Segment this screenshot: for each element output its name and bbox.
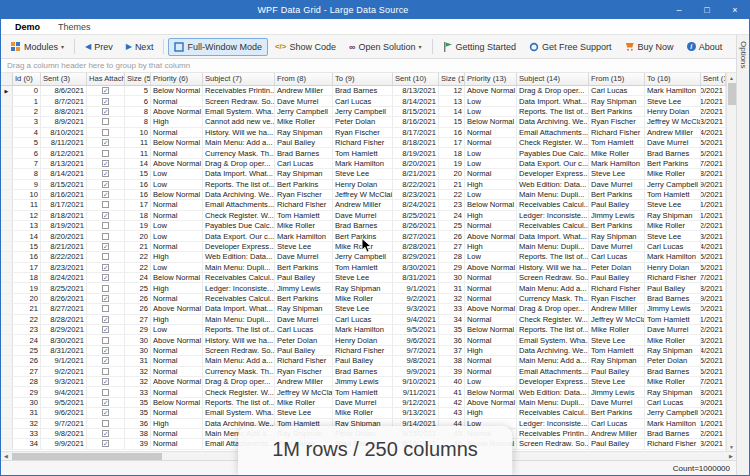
grid-cell[interactable] <box>87 221 125 230</box>
grid-cell[interactable]: Normal <box>465 367 517 376</box>
grid-cell[interactable]: Bert Parkins <box>589 408 645 417</box>
grid-cell[interactable]: Data Export. Our c... <box>517 159 589 168</box>
grid-cell[interactable]: 38 <box>125 429 151 438</box>
grid-cell[interactable]: 16 <box>439 128 465 137</box>
grid-cell[interactable]: 9/11/2021 <box>393 387 439 396</box>
grid-cell[interactable]: 8 <box>13 169 41 178</box>
grid-cell[interactable] <box>87 231 125 240</box>
grid-cell[interactable]: Richard Fisher <box>645 439 701 448</box>
grid-cell[interactable]: Web Edition: Data... <box>203 252 275 261</box>
grid-cell[interactable]: Receivables Calcul... <box>517 408 589 417</box>
grid-cell[interactable]: Above Normal <box>465 263 517 272</box>
grid-cell[interactable]: Main Menu: Dupli... <box>517 242 589 251</box>
grid-cell[interactable]: 17 <box>125 200 151 209</box>
grid-cell[interactable]: Bert Parkins <box>275 180 333 189</box>
grid-cell[interactable]: 11 <box>13 200 41 209</box>
grid-cell[interactable]: High <box>151 283 203 292</box>
grid-cell[interactable]: Receivables Calcul... <box>203 294 275 303</box>
grid-cell[interactable]: Normal <box>465 356 517 365</box>
grid-cell[interactable]: Receivables Calcul... <box>517 221 589 230</box>
grid-cell[interactable] <box>87 367 125 376</box>
grid-cell[interactable]: Jimmy Lewis <box>645 304 701 313</box>
grid-cell[interactable]: Steve Lee <box>589 377 645 386</box>
grid-cell[interactable]: Above Normal <box>151 304 203 313</box>
grid-cell[interactable]: 9/5/2021 <box>701 252 726 261</box>
grid-cell[interactable]: Low <box>151 231 203 240</box>
grid-cell[interactable]: 9/15/2021 <box>701 356 726 365</box>
grid-cell[interactable]: Paul Bailey <box>275 273 333 282</box>
grid-cell[interactable]: Above Normal <box>465 231 517 240</box>
grid-cell[interactable]: ✓ <box>87 377 125 386</box>
grid-cell[interactable]: 13 <box>439 96 465 105</box>
grid-cell[interactable]: Dave Murrel <box>333 211 393 220</box>
grid-cell[interactable]: Mike Roller <box>645 169 701 178</box>
grid-cell[interactable]: 28 <box>439 252 465 261</box>
maximize-button[interactable]: □ <box>693 1 721 19</box>
grid-cell[interactable]: Receivables Printin... <box>203 86 275 95</box>
grid-cell[interactable]: 9/8/2021 <box>41 429 87 438</box>
attachment-checkbox[interactable]: ✓ <box>102 378 109 385</box>
grid-cell[interactable]: Jeffrey W McClain <box>275 387 333 396</box>
grid-cell[interactable]: Mark Hamilton <box>645 419 701 428</box>
grid-cell[interactable]: 8/24/2021 <box>701 128 726 137</box>
grid-cell[interactable]: Check Register. W... <box>517 138 589 147</box>
grid-cell[interactable] <box>87 304 125 313</box>
grid-cell[interactable]: 32 <box>13 419 41 428</box>
grid-cell[interactable]: Cannot add new ve... <box>203 117 275 126</box>
grid-cell[interactable]: High <box>465 180 517 189</box>
grid-cell[interactable]: Bert Parkins <box>275 263 333 272</box>
grid-cell[interactable]: Paul Bailey <box>333 356 393 365</box>
grid-cell[interactable]: Screen Redraw. So... <box>203 96 275 105</box>
grid-cell[interactable] <box>87 252 125 261</box>
attachment-checkbox[interactable]: ✓ <box>102 274 109 281</box>
grid-cell[interactable]: Dave Murrel <box>275 96 333 105</box>
grid-cell[interactable]: 21 <box>125 242 151 251</box>
grid-cell[interactable]: 6 <box>125 96 151 105</box>
attachment-checkbox[interactable]: ✓ <box>102 212 109 219</box>
grid-cell[interactable]: Currency Mask. Th... <box>203 367 275 376</box>
grid-cell[interactable]: Jeffrey W McClain <box>645 117 701 126</box>
grid-cell[interactable]: Drag & Drop oper... <box>203 159 275 168</box>
grid-cell[interactable]: Email Attachments... <box>203 200 275 209</box>
grid-cell[interactable]: 8 <box>125 117 151 126</box>
about-button[interactable]: i About <box>681 38 729 56</box>
grid-cell[interactable]: Above Normal <box>465 304 517 313</box>
grid-cell[interactable]: Email System. Wha... <box>517 335 589 344</box>
grid-cell[interactable]: Low <box>151 169 203 178</box>
grid-cell[interactable]: 42 <box>439 398 465 407</box>
grid-cell[interactable]: 24 <box>125 273 151 282</box>
grid-cell[interactable]: Web Edition: Data... <box>517 387 589 396</box>
grid-cell[interactable]: 9/16/2021 <box>701 367 726 376</box>
attachment-checkbox[interactable]: ✓ <box>102 243 109 250</box>
grid-cell[interactable]: 26 <box>13 356 41 365</box>
grid-cell[interactable]: Normal <box>465 138 517 147</box>
attachment-checkbox[interactable] <box>102 118 109 125</box>
grid-cell[interactable]: Steve Lee <box>645 200 701 209</box>
grid-cell[interactable]: Check Register. W... <box>203 387 275 396</box>
grid-cell[interactable]: Richard Fisher <box>589 283 645 292</box>
grid-cell[interactable]: Andrew Miller <box>589 429 645 438</box>
grid-cell[interactable]: 9/5/2021 <box>393 325 439 334</box>
grid-cell[interactable]: Mike Roller <box>275 221 333 230</box>
grid-cell[interactable]: History. Will we ha... <box>203 335 275 344</box>
grid-cell[interactable]: 9/14/2021 <box>701 346 726 355</box>
grid-cell[interactable]: 36 <box>439 335 465 344</box>
grid-cell[interactable]: 20 <box>125 231 151 240</box>
grid-cell[interactable]: Dave Murrel <box>589 398 645 407</box>
column-header-9[interactable]: Size (12) <box>439 73 465 85</box>
grid-cell[interactable]: 32 <box>125 367 151 376</box>
grid-cell[interactable]: 15 <box>13 242 41 251</box>
grid-cell[interactable]: Above Normal <box>151 159 203 168</box>
grid-cell[interactable]: 8/15/2021 <box>393 107 439 116</box>
grid-cell[interactable]: 9/9/2021 <box>41 439 87 448</box>
grid-cell[interactable]: 9/10/2021 <box>701 304 726 313</box>
grid-cell[interactable]: Normal <box>151 408 203 417</box>
grid-cell[interactable]: Main Menu: Dupli... <box>517 398 589 407</box>
grid-cell[interactable]: 9/13/2021 <box>393 408 439 417</box>
grid-cell[interactable]: Developer Express... <box>517 169 589 178</box>
grid-cell[interactable]: 8/23/2021 <box>701 117 726 126</box>
grid-cell[interactable]: 9/12/2021 <box>701 325 726 334</box>
grid-cell[interactable]: 9/1/2021 <box>393 283 439 292</box>
grid-cell[interactable]: Above Normal <box>151 335 203 344</box>
prev-button[interactable]: ◀ Prev <box>79 38 119 56</box>
